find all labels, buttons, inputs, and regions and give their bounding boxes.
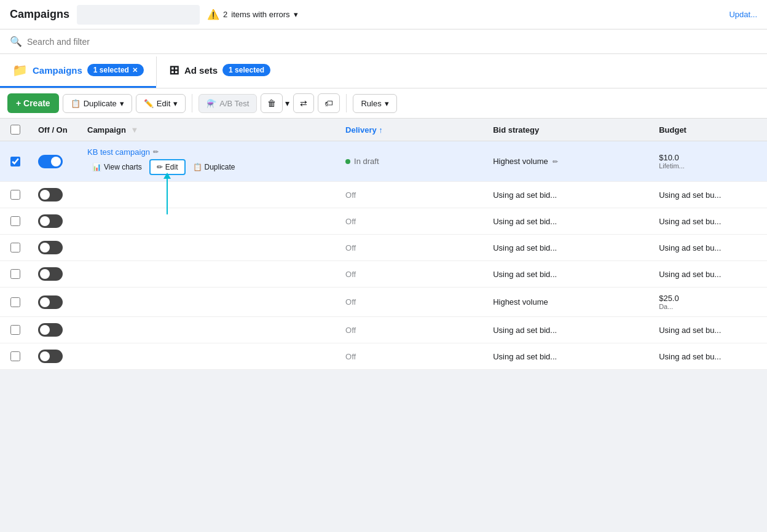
row5-delivery: Off [338,261,486,288]
row1-toggle-cell [31,141,80,182]
chevron-down-icon: ▾ [294,10,298,19]
table-row: Off Using ad set bid... Using ad set bu.… [0,343,767,370]
table-row: Off Using ad set bid... Using ad set bu.… [0,235,767,261]
edit-button[interactable]: ✏️ Edit ▾ [136,94,186,113]
tabs-row: 📁 Campaigns 1 selected ✕ ⊞ Ad sets 1 sel… [0,54,767,88]
flask-icon: ⚗️ [206,99,216,108]
cyan-arrow-line [167,178,168,214]
row4-campaign-cell [80,235,338,261]
rules-button[interactable]: Rules ▾ [353,94,396,113]
row5-toggle[interactable] [38,267,63,281]
bar-chart-icon: 📊 [92,163,101,171]
row5-checkbox[interactable] [10,269,20,279]
row2-toggle[interactable] [38,188,63,201]
duplicate-icon: 📋 [71,99,81,108]
toolbar: + Create 📋 Duplicate ▾ ✏️ Edit ▾ ⚗️ A/B … [0,88,767,119]
transfer-button[interactable]: ⇄ [293,93,314,113]
error-count: 2 [223,10,227,19]
duplicate-button[interactable]: 📋 Duplicate ▾ [63,94,132,113]
row2-bid: Using ad set bid... [486,182,651,208]
row6-delivery: Off [338,288,486,317]
search-input[interactable] [27,37,757,47]
row3-bid: Using ad set bid... [486,208,651,235]
row4-budget: Using ad set bu... [651,235,767,261]
error-badge[interactable]: ⚠️ 2 items with errors ▾ [207,9,298,20]
toolbar-separator-2 [346,94,347,112]
campaigns-tab-label: Campaigns [33,65,82,76]
row5-campaign-cell [80,261,338,288]
campaigns-tab-icon: 📁 [12,63,28,77]
row3-delivery: Off [338,208,486,235]
app-title: Campaigns [10,8,69,21]
row7-budget: Using ad set bu... [651,317,767,343]
row1-campaign-cell: KB test campaign ✏ 📊 View charts ✏ [80,141,338,182]
duplicate-dropdown-icon[interactable]: ▾ [120,99,124,108]
campaign-name-link[interactable]: KB test campaign ✏ [87,147,331,157]
adsets-selected-badge: 1 selected [222,64,270,76]
tab-campaigns[interactable]: 📁 Campaigns 1 selected ✕ [0,54,156,88]
th-campaign: Campaign ▼ [80,119,338,141]
row7-checkbox[interactable] [10,325,20,335]
row8-bid: Using ad set bid... [486,343,651,370]
bid-edit-icon[interactable]: ✏ [553,158,558,165]
th-delivery[interactable]: Delivery ↑ [338,119,486,141]
row1-checkbox-cell [0,141,31,182]
delete-button[interactable]: 🗑 [261,93,283,113]
rules-dropdown-icon[interactable]: ▾ [385,99,389,108]
row6-campaign-cell [80,288,338,317]
row6-bid: Highest volume [486,288,651,317]
inline-duplicate-button[interactable]: 📋 Duplicate [188,160,240,174]
row3-checkbox[interactable] [10,216,20,226]
campaign-sort-icon[interactable]: ▼ [130,125,138,135]
row7-toggle[interactable] [38,323,63,337]
ab-test-button[interactable]: ⚗️ A/B Test [199,94,257,113]
breadcrumb-box [77,5,200,25]
table-row: Off Using ad set bid... Using ad set bu.… [0,182,767,208]
row6-checkbox[interactable] [10,297,20,307]
table-row: KB test campaign ✏ 📊 View charts ✏ [0,141,767,182]
th-bid-strategy: Bid strategy [486,119,651,141]
row8-checkbox[interactable] [10,351,20,361]
clear-campaigns-selection[interactable]: ✕ [132,66,138,74]
update-button[interactable]: Updat... [729,10,757,19]
inline-actions-bar: 📊 View charts ✏ Edit [87,159,331,175]
row8-campaign-cell [80,343,338,370]
row2-budget: Using ad set bu... [651,182,767,208]
row8-delivery: Off [338,343,486,370]
row7-bid: Using ad set bid... [486,317,651,343]
table-row: Off Using ad set bid... Using ad set bu.… [0,208,767,235]
select-all-checkbox[interactable] [10,125,20,135]
tag-button[interactable]: 🏷 [318,93,340,113]
row1-checkbox[interactable] [10,157,20,166]
create-button[interactable]: + Create [7,93,59,113]
adsets-tab-icon: ⊞ [169,63,179,77]
row4-toggle[interactable] [38,241,63,254]
cyan-arrow-head [163,173,171,179]
campaigns-table: Off / On Campaign ▼ Delivery ↑ Bid strat… [0,119,767,370]
row6-toggle[interactable] [38,295,63,309]
row4-bid: Using ad set bid... [486,235,651,261]
warning-icon: ⚠️ [207,9,219,20]
row5-bid: Using ad set bid... [486,261,651,288]
error-label: items with errors [231,10,289,19]
row1-bid-cell: Highest volume ✏ [486,141,651,182]
search-row: 🔍 [0,29,767,54]
toolbar-separator-1 [192,94,192,112]
view-charts-button[interactable]: 📊 View charts [87,160,147,174]
row4-checkbox[interactable] [10,243,20,252]
inline-edit-button[interactable]: ✏ Edit [149,159,186,175]
duplicate2-icon: 📋 [193,163,202,171]
row1-toggle[interactable] [38,155,63,168]
pencil-icon: ✏ [157,163,163,171]
row2-checkbox[interactable] [10,190,20,200]
campaign-name-edit-icon[interactable]: ✏ [153,148,159,156]
search-icon: 🔍 [10,36,22,47]
table-header-row: Off / On Campaign ▼ Delivery ↑ Bid strat… [0,119,767,141]
edit-dropdown-icon[interactable]: ▾ [173,99,178,108]
delete-dropdown-icon[interactable]: ▾ [285,98,289,108]
row3-toggle[interactable] [38,214,63,228]
row3-budget: Using ad set bu... [651,208,767,235]
tab-adsets[interactable]: ⊞ Ad sets 1 selected [157,54,283,88]
row6-budget-cell: $25.0 Da... [651,288,767,317]
row8-toggle[interactable] [38,350,63,363]
